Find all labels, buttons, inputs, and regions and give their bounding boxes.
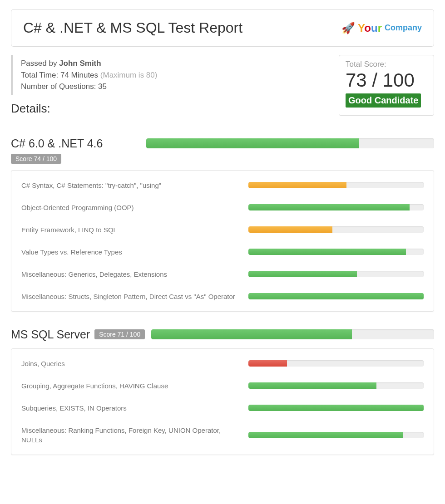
section-score-chip: Score 74 / 100 xyxy=(11,154,61,164)
skill-label: Grouping, Aggregate Functions, HAVING Cl… xyxy=(21,381,239,391)
details-heading: Details: xyxy=(11,102,330,116)
section-progress-fill xyxy=(146,138,359,148)
skill-progress-fill xyxy=(248,204,410,210)
skill-progress-bar xyxy=(248,360,424,367)
skill-progress-bar xyxy=(248,293,424,299)
skill-label: Miscellaneous: Ranking Functions, Foreig… xyxy=(21,426,239,445)
skill-label: C# Syntax, C# Statements: "try-catch", "… xyxy=(21,181,239,190)
rocket-icon: 🚀 xyxy=(341,22,355,34)
skill-progress-fill xyxy=(248,293,424,299)
skill-progress-fill xyxy=(248,405,424,411)
section-progress-fill xyxy=(151,329,352,339)
skill-label: Entity Framework, LINQ to SQL xyxy=(21,225,239,235)
section-progress-bar xyxy=(146,138,434,148)
section-score-chip: Score 71 / 100 xyxy=(94,329,145,339)
skill-progress-bar xyxy=(248,405,424,411)
skill-row: C# Syntax, C# Statements: "try-catch", "… xyxy=(21,174,424,196)
section-mssql: MS SQL Server Score 71 / 100 Joins, Quer… xyxy=(11,328,434,455)
skill-progress-fill xyxy=(248,249,406,255)
logo-company: Company xyxy=(385,23,422,33)
num-questions-line: Number of Questions: 35 xyxy=(21,81,330,93)
candidate-name: John Smith xyxy=(59,59,101,68)
skill-progress-fill xyxy=(248,271,357,277)
skill-progress-bar xyxy=(248,226,424,233)
skill-progress-fill xyxy=(248,382,376,389)
section-progress-bar xyxy=(151,329,434,339)
company-logo: 🚀 Your Company xyxy=(341,22,422,34)
report-title: C# & .NET & MS SQL Test Report xyxy=(23,20,242,36)
subsection-list: C# Syntax, C# Statements: "try-catch", "… xyxy=(11,170,434,312)
skill-label: Subqueries, EXISTS, IN Operators xyxy=(21,403,239,413)
section-title: MS SQL Server xyxy=(11,328,90,341)
skill-row: Subqueries, EXISTS, IN Operators xyxy=(21,397,424,419)
meta-row: Passed by John Smith Total Time: 74 Minu… xyxy=(11,55,434,116)
skill-label: Joins, Queries xyxy=(21,359,239,368)
skill-row: Joins, Queries xyxy=(21,352,424,375)
total-score-label: Total Score: xyxy=(346,60,427,69)
logo-your: Your xyxy=(358,22,382,34)
skill-progress-bar xyxy=(248,182,424,188)
divider xyxy=(11,125,434,125)
total-time-line: Total Time: 74 Minutes (Maximum is 80) xyxy=(21,69,330,81)
section-title: C# 6.0 & .NET 4.6 xyxy=(11,137,138,150)
skill-row: Entity Framework, LINQ to SQL xyxy=(21,219,424,241)
candidate-meta: Passed by John Smith Total Time: 74 Minu… xyxy=(11,55,330,95)
skill-progress-bar xyxy=(248,271,424,277)
skill-row: Miscellaneous: Generics, Delegates, Exte… xyxy=(21,263,424,285)
skill-progress-bar xyxy=(248,432,424,438)
skill-progress-bar xyxy=(248,204,424,210)
skill-progress-bar xyxy=(248,382,424,389)
skill-progress-fill xyxy=(248,360,287,367)
skill-label: Miscellaneous: Structs, Singleton Patter… xyxy=(21,292,239,301)
report-header: C# & .NET & MS SQL Test Report 🚀 Your Co… xyxy=(11,9,434,47)
passed-by-line: Passed by John Smith xyxy=(21,58,330,69)
total-score-value: 73 / 100 xyxy=(346,70,427,91)
skill-row: Object-Oriented Programming (OOP) xyxy=(21,196,424,219)
skill-progress-fill xyxy=(248,432,403,438)
skill-label: Value Types vs. Reference Types xyxy=(21,247,239,257)
skill-label: Miscellaneous: Generics, Delegates, Exte… xyxy=(21,269,239,279)
subsection-list: Joins, QueriesGrouping, Aggregate Functi… xyxy=(11,348,434,455)
skill-row: Miscellaneous: Ranking Functions, Foreig… xyxy=(21,419,424,451)
skill-progress-fill xyxy=(248,182,346,188)
skill-row: Grouping, Aggregate Functions, HAVING Cl… xyxy=(21,375,424,397)
skill-row: Value Types vs. Reference Types xyxy=(21,241,424,263)
skill-label: Object-Oriented Programming (OOP) xyxy=(21,203,239,212)
skill-progress-fill xyxy=(248,226,332,233)
total-score-box: Total Score: 73 / 100 Good Candidate xyxy=(339,55,434,116)
skill-progress-bar xyxy=(248,249,424,255)
verdict-badge: Good Candidate xyxy=(346,93,421,108)
section-csharp: C# 6.0 & .NET 4.6 Score 74 / 100 C# Synt… xyxy=(11,137,434,312)
skill-row: Miscellaneous: Structs, Singleton Patter… xyxy=(21,285,424,308)
